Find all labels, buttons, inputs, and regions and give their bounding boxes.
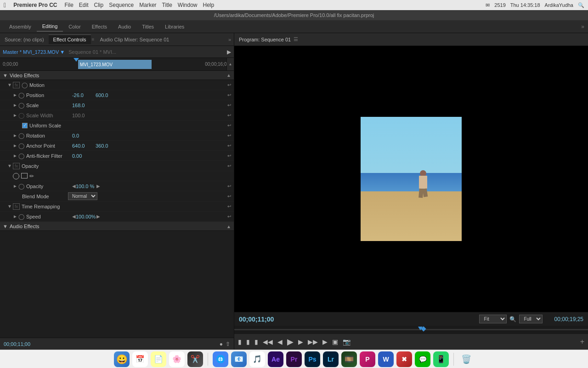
scale-expand-icon[interactable]: ► — [13, 103, 17, 108]
scale-width-value[interactable]: 100.0 — [72, 113, 93, 118]
opacity-decrease-btn[interactable]: ◀ — [72, 184, 76, 189]
motion-reset-icon[interactable]: ↩ — [227, 82, 231, 87]
uniform-scale-checkbox[interactable]: ✓ — [22, 123, 28, 128]
scale-stopwatch-icon[interactable]: ◯ — [18, 102, 24, 109]
tab-color[interactable]: Color — [63, 22, 86, 31]
overwrite-btn[interactable]: ▣ — [332, 338, 338, 345]
apple-menu[interactable]:  — [4, 1, 6, 9]
ec-play-button[interactable]: ▶ — [227, 49, 231, 55]
position-y-value[interactable]: 600.0 — [96, 92, 108, 98]
ellipse-mask-icon[interactable] — [13, 173, 19, 179]
time-remapping-reset-icon[interactable]: ↩ — [227, 204, 231, 209]
effect-controls-tab[interactable]: Effect Controls — [49, 34, 91, 44]
menu-help[interactable]: Help — [203, 2, 215, 8]
dock-calendar[interactable]: 📅 — [132, 351, 148, 367]
opacity-section-reset-icon[interactable]: ↩ — [227, 163, 231, 168]
program-quality-select[interactable]: Fit25%50%100% — [479, 315, 507, 323]
dock-notes[interactable]: 📄 — [151, 351, 166, 367]
anti-flicker-stopwatch-icon[interactable]: ◯ — [18, 153, 24, 159]
position-expand-icon[interactable]: ► — [13, 92, 17, 98]
anchor-y-value[interactable]: 360.0 — [96, 143, 108, 149]
opacity-expand-icon[interactable]: ► — [13, 184, 17, 189]
tab-libraries[interactable]: Libraries — [159, 22, 190, 31]
opacity-value[interactable]: 100.0 % — [76, 184, 96, 189]
anchor-stopwatch-icon[interactable]: ◯ — [18, 143, 24, 149]
go-to-in-btn[interactable]: ◀◀ — [263, 338, 273, 345]
program-zoom-select[interactable]: Full1/21/4 — [519, 315, 543, 323]
program-timecode[interactable]: 00;00;11;00 — [239, 316, 274, 323]
rotation-value[interactable]: 0.0 — [72, 133, 93, 138]
opacity-increase-btn[interactable]: ▶ — [96, 184, 100, 189]
rotation-reset-icon[interactable]: ↩ — [227, 133, 231, 138]
ec-clip-block[interactable]: MVI_1723.MOV — [78, 60, 152, 69]
dock-imovie[interactable]: ✂️ — [187, 351, 203, 367]
audio-collapse-icon[interactable]: ▲ — [226, 224, 231, 229]
position-x-value[interactable]: -26.0 — [72, 92, 93, 98]
anti-flicker-value[interactable]: 0.00 — [72, 153, 93, 159]
program-scrubber[interactable] — [234, 326, 588, 334]
insert-btn[interactable]: ▶ — [322, 338, 328, 345]
anchor-reset-icon[interactable]: ↩ — [227, 143, 231, 148]
pen-mask-icon[interactable]: ✏ — [29, 173, 34, 179]
mark-clip-btn[interactable]: ▮ — [254, 338, 258, 345]
step-forward-btn[interactable]: ▶ — [298, 338, 303, 345]
more-tabs-icon[interactable]: » — [581, 23, 584, 30]
speed-increase-btn[interactable]: ▶ — [96, 214, 100, 219]
tab-effects[interactable]: Effects — [86, 22, 113, 31]
ec-record-btn[interactable]: ● — [220, 341, 223, 347]
dock-chrome[interactable]: 🌐 — [213, 351, 228, 367]
source-tab[interactable]: Source: (no clips) — [0, 35, 49, 44]
audio-effects-collapse[interactable]: ▼ — [3, 224, 8, 229]
position-reset-icon[interactable]: ↩ — [227, 92, 231, 98]
dock-whatsapp[interactable]: 📱 — [433, 351, 449, 367]
rect-mask-icon[interactable] — [21, 173, 28, 178]
tab-audio[interactable]: Audio — [113, 22, 136, 31]
export-frame-btn[interactable]: 📷 — [343, 338, 351, 345]
audio-mixer-tab[interactable]: Audio Clip Mixer: Sequence 01 — [95, 35, 174, 44]
mark-out-btn[interactable]: ▮ — [246, 338, 250, 345]
dock-aftereffects[interactable]: Ae — [268, 351, 283, 367]
time-remapping-expand-icon[interactable]: ▼ — [7, 204, 12, 209]
rotation-stopwatch-icon[interactable]: ◯ — [18, 132, 24, 139]
dock-polarr[interactable]: P — [360, 351, 375, 367]
panel-menu-btn[interactable]: » — [226, 35, 234, 44]
scale-width-stopwatch-icon[interactable]: ◯ — [18, 112, 24, 119]
mark-in-btn[interactable]: ▮ — [238, 338, 242, 345]
blend-mode-select[interactable]: Normal Multiply Screen — [68, 192, 97, 200]
opacity-stopwatch-icon[interactable]: ◯ — [18, 183, 24, 190]
scale-reset-icon[interactable]: ↩ — [227, 103, 231, 108]
anti-flicker-expand-icon[interactable]: ► — [13, 153, 17, 158]
menu-sequence[interactable]: Sequence — [109, 2, 134, 8]
opacity-reset-icon[interactable]: ↩ — [227, 184, 231, 189]
program-menu-icon[interactable]: ☰ — [294, 36, 298, 42]
add-button[interactable]: + — [580, 338, 584, 346]
dock-mx[interactable]: ✖ — [396, 351, 412, 367]
master-dropdown[interactable]: Master * MVI_1723.MOV ▼ — [3, 49, 65, 55]
dock-lightroom[interactable]: Lr — [323, 351, 339, 367]
dock-premiere[interactable]: Pr — [286, 351, 302, 367]
dock-trash[interactable]: 🗑️ — [458, 351, 474, 367]
anti-flicker-reset-icon[interactable]: ↩ — [227, 153, 231, 158]
dock-photoshop[interactable]: Ps — [305, 351, 320, 367]
video-effects-collapse[interactable]: ▼ — [3, 73, 8, 78]
go-to-out-btn[interactable]: ▶▶ — [308, 338, 318, 345]
anchor-x-value[interactable]: 640.0 — [72, 143, 93, 149]
anchor-expand-icon[interactable]: ► — [13, 143, 17, 148]
ec-header-up-icon[interactable]: ▲ — [226, 73, 231, 78]
menu-file[interactable]: File — [65, 2, 74, 8]
scale-width-expand-icon[interactable]: ► — [13, 113, 17, 118]
speed-decrease-btn[interactable]: ◀ — [72, 214, 76, 219]
play-stop-btn[interactable]: ▶ — [287, 337, 294, 347]
dock-mail[interactable]: 📧 — [231, 351, 247, 367]
opacity-section-expand-icon[interactable]: ▼ — [7, 163, 12, 168]
dock-fcpx[interactable]: 🎞️ — [341, 351, 357, 367]
dock-line[interactable]: 💬 — [415, 351, 430, 367]
menu-clip[interactable]: Clip — [94, 2, 104, 8]
tab-assembly[interactable]: Assembly — [4, 22, 37, 31]
search-icon[interactable]: 🔍 — [578, 2, 584, 8]
speed-reset-icon[interactable]: ↩ — [227, 214, 231, 219]
speed-stopwatch-icon[interactable]: ◯ — [18, 213, 24, 220]
tab-editing[interactable]: Editing — [37, 22, 63, 32]
ec-footer-timecode[interactable]: 00;00;11;00 — [4, 341, 30, 347]
menu-window[interactable]: Window — [178, 2, 198, 8]
